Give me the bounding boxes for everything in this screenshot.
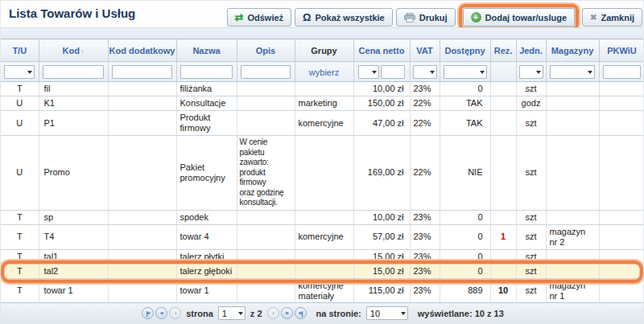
cell-kod: tal2 <box>39 264 108 278</box>
refresh-button[interactable]: ⇄ Odśwież <box>227 8 292 27</box>
col-header-rez[interactable]: Rez. <box>490 39 516 62</box>
show-all-label: Pokaż wszystkie <box>316 13 385 23</box>
col-header-opis[interactable]: Opis <box>237 39 295 62</box>
products-table: T/U Kod↑ Kod dodatkowy Nazwa Opis Grupy … <box>1 39 644 324</box>
cell-vat: 22% <box>410 111 440 136</box>
table-row[interactable]: U K1 Konsultacje marketing 150,00 zł 22%… <box>1 96 644 111</box>
filter-cena-input[interactable] <box>381 65 405 79</box>
cell-vat: 23% <box>410 278 440 303</box>
col-header-vat[interactable]: VAT <box>410 39 440 62</box>
chevron-down-icon <box>238 312 243 315</box>
col-header-magazyny[interactable]: Magazyny <box>546 39 599 62</box>
cell-kod: fil <box>39 82 108 96</box>
cell-magazyny: magazyn nr 1 <box>546 278 599 303</box>
chevron-down-icon <box>27 71 32 74</box>
cell-vat: 23% <box>410 82 440 96</box>
col-header-pkwiu[interactable]: PKWiU <box>599 39 644 62</box>
cell-rez <box>490 136 516 211</box>
table-row[interactable]: T tal1 talerz płytki 15,00 zł 23% 0 szt <box>1 249 644 264</box>
table-row[interactable]: U Promo Pakiet promocyjny W cenie pakiet… <box>1 136 644 211</box>
chevron-down-icon <box>401 312 406 315</box>
cell-kod: Promo <box>39 136 108 211</box>
cell-rez <box>490 264 516 278</box>
cell-pkwiu <box>599 96 644 111</box>
cell-pkwiu <box>599 210 644 224</box>
cell-tu: T <box>1 210 39 224</box>
print-label: Drukuj <box>419 13 448 23</box>
cell-tu: U <box>1 96 39 111</box>
cell-kod: K1 <box>39 96 108 111</box>
col-header-nazwa[interactable]: Nazwa <box>176 39 237 62</box>
filter-nazwa-input[interactable] <box>180 65 233 79</box>
col-header-kod-dodatkowy[interactable]: Kod dodatkowy <box>108 39 176 62</box>
col-header-cena-netto[interactable]: Cena netto <box>353 39 410 62</box>
prev-page-button[interactable]: ‹ <box>169 307 181 319</box>
filter-kod-input[interactable] <box>43 65 104 79</box>
chevron-down-icon <box>480 71 485 74</box>
fast-prev-page-button[interactable]: « <box>155 307 167 319</box>
filter-vat-select[interactable] <box>413 65 437 79</box>
cell-nazwa: towar 4 <box>176 224 237 249</box>
col-header-tu[interactable]: T/U <box>1 39 39 62</box>
cell-opis <box>237 224 295 249</box>
cell-cena-netto: 169,00 zł <box>353 136 410 211</box>
cell-grupy <box>295 136 353 211</box>
chevron-down-icon <box>536 71 541 74</box>
add-label: Dodaj towar/usluge <box>485 13 567 23</box>
table-row[interactable]: T fil filiżanka 10,00 zł 23% 0 szt <box>1 82 644 96</box>
cell-kod-dodatkowy <box>108 111 176 136</box>
col-header-dostepny[interactable]: Dostępny <box>440 39 490 62</box>
table-row[interactable]: T towar 1 towar 1 komercyjne materiały 1… <box>1 278 644 303</box>
cell-opis <box>237 82 295 96</box>
cell-kod: P1 <box>39 111 108 136</box>
print-button[interactable]: Drukuj <box>396 8 456 27</box>
cell-grupy: komercyjne <box>295 224 353 249</box>
last-page-button[interactable]: »| <box>295 307 307 319</box>
cell-opis <box>237 249 295 264</box>
filter-grupy-link[interactable]: wybierz <box>309 68 339 77</box>
cell-nazwa: Produkt firmowy <box>176 111 237 136</box>
first-page-button[interactable]: |« <box>142 307 154 319</box>
page-title: Lista Towarów i Usług <box>9 6 135 20</box>
close-button[interactable]: ✖ Zamknij <box>582 8 642 27</box>
filter-kod-dodatkowy-input[interactable] <box>112 65 172 79</box>
cell-pkwiu <box>599 278 644 303</box>
cell-grupy: komercyjne <box>295 111 353 136</box>
filter-pkwiu-input[interactable] <box>603 65 641 79</box>
cell-tu: T <box>1 224 39 249</box>
col-header-jedn[interactable]: Jedn. <box>516 39 546 62</box>
filter-cena-operator-select[interactable] <box>358 65 379 79</box>
filter-opis-input[interactable] <box>241 65 291 79</box>
filter-dostepny-select[interactable] <box>444 65 487 79</box>
cell-pkwiu <box>599 82 644 96</box>
table-row[interactable]: T tal2 talerz głęboki 15,00 zł 23% 0 szt <box>1 264 644 278</box>
close-label: Zamknij <box>601 13 634 23</box>
add-product-button[interactable]: + Dodaj towar/usluge <box>463 8 575 27</box>
filter-magazyny-select[interactable] <box>550 65 595 79</box>
table-row[interactable]: T T4 towar 4 komercyjne 57,00 zł 23% 0 1… <box>1 224 644 249</box>
pages-total-label: z 2 <box>250 309 262 318</box>
cell-magazyny <box>546 96 599 111</box>
next-page-button[interactable]: › <box>267 307 279 319</box>
filter-tu-select[interactable] <box>4 65 35 79</box>
chevron-down-icon <box>430 71 435 74</box>
per-page-label: na stronie: <box>316 309 361 318</box>
cell-jedn: szt <box>516 278 546 303</box>
table-row[interactable]: U P1 Produkt firmowy komercyjne 47,00 zł… <box>1 111 644 136</box>
cell-nazwa: spodek <box>176 210 237 224</box>
cell-grupy <box>295 82 353 96</box>
cell-vat: 23% <box>410 210 440 224</box>
per-page-select[interactable]: 10 <box>366 306 408 320</box>
cell-nazwa: filiżanka <box>176 82 237 96</box>
col-header-kod[interactable]: Kod↑ <box>39 39 108 62</box>
displayed-summary: wyświetlane: 10 z 13 <box>418 309 504 318</box>
cell-jedn: szt <box>516 111 546 136</box>
fast-next-page-button[interactable]: » <box>281 307 293 319</box>
panel-strip <box>1 27 644 39</box>
cell-vat: 23% <box>410 224 440 249</box>
show-all-button[interactable]: Ω Pokaż wszystkie <box>295 8 393 27</box>
cell-jedn: szt <box>516 249 546 264</box>
page-select[interactable]: 1 <box>218 306 246 320</box>
filter-jedn-select[interactable] <box>519 65 543 79</box>
table-row[interactable]: T sp spodek 10,00 zł 23% 0 szt <box>1 210 644 224</box>
